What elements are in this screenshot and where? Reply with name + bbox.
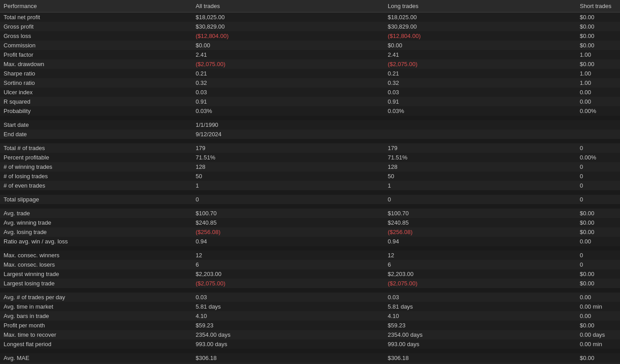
row-long-value: 12 — [384, 251, 576, 260]
row-all-value: ($12,804.00) — [192, 31, 384, 41]
row-label: Max. drawdown — [0, 59, 192, 69]
table-row: Commission$0.00$0.00$0.00 — [0, 41, 620, 50]
row-long-value: 179 — [384, 143, 576, 153]
row-label: Gross profit — [0, 22, 192, 31]
header-performance: Performance — [0, 0, 192, 13]
row-long-value: 0.32 — [384, 78, 576, 88]
row-label: Avg. time in market — [0, 302, 192, 311]
row-all-value: 0.94 — [192, 237, 384, 246]
row-label: Avg. MAE — [0, 353, 192, 363]
row-label: Start date — [0, 120, 192, 130]
row-short-value: $0.00 — [576, 31, 620, 41]
row-short-value: $0.00 — [576, 353, 620, 363]
table-row: Sortino ratio0.320.321.00 — [0, 78, 620, 88]
table-row: Gross profit$30,829.00$30,829.00$0.00 — [0, 22, 620, 31]
row-label: Avg. trade — [0, 209, 192, 218]
table-row: Avg. MAE$306.18$306.18$0.00 — [0, 353, 620, 363]
row-short-value: 0 — [576, 172, 620, 181]
table-row: Ratio avg. win / avg. loss0.940.940.00 — [0, 237, 620, 246]
row-label: Ulcer index — [0, 88, 192, 97]
row-short-value: 0 — [576, 143, 620, 153]
row-all-value: $2,203.00 — [192, 269, 384, 279]
row-all-value: ($2,075.00) — [192, 59, 384, 69]
row-short-value: $0.00 — [576, 269, 620, 279]
table-row: Avg. bars in trade4.104.100.00 — [0, 311, 620, 321]
row-all-value: $100.70 — [192, 209, 384, 218]
row-short-value — [576, 130, 620, 139]
row-short-value: 0.00 — [576, 88, 620, 97]
row-all-value: 0.03% — [192, 106, 384, 116]
row-long-value: 0.21 — [384, 69, 576, 78]
row-long-value: $0.00 — [384, 41, 576, 50]
row-long-value: $2,203.00 — [384, 269, 576, 279]
row-long-value: 993.00 days — [384, 339, 576, 349]
table-row: Total # of trades1791790 — [0, 143, 620, 153]
row-label: # of even trades — [0, 181, 192, 190]
row-label: Profit factor — [0, 50, 192, 59]
row-label: Avg. losing trade — [0, 227, 192, 237]
row-long-value: 50 — [384, 172, 576, 181]
row-long-value: 5.81 days — [384, 302, 576, 311]
row-long-value: 0.91 — [384, 97, 576, 106]
row-long-value: 0 — [384, 195, 576, 204]
row-label: Largest winning trade — [0, 269, 192, 279]
row-long-value: 4.10 — [384, 311, 576, 321]
row-all-value: 0.03 — [192, 293, 384, 302]
spacer-row — [0, 139, 620, 143]
table-row: Avg. time in market5.81 days5.81 days0.0… — [0, 302, 620, 311]
row-all-value: $30,829.00 — [192, 22, 384, 31]
table-row: Avg. trade$100.70$100.70$0.00 — [0, 209, 620, 218]
row-short-value: 0 — [576, 260, 620, 269]
row-all-value: 9/12/2024 — [192, 130, 384, 139]
row-long-value: $100.70 — [384, 209, 576, 218]
table-row: # of even trades110 — [0, 181, 620, 190]
row-label: # of winning trades — [0, 162, 192, 172]
table-row: End date9/12/2024 — [0, 130, 620, 139]
row-label: Avg. # of trades per day — [0, 293, 192, 302]
table-row: Total net profit$18,025.00$18,025.00$0.0… — [0, 13, 620, 22]
row-long-value: $18,025.00 — [384, 13, 576, 22]
table-row: Largest losing trade($2,075.00)($2,075.0… — [0, 279, 620, 288]
spacer-row — [0, 204, 620, 209]
row-long-value: 0.03 — [384, 88, 576, 97]
row-long-value: $306.18 — [384, 353, 576, 363]
row-label: Gross loss — [0, 31, 192, 41]
row-label: # of losing trades — [0, 172, 192, 181]
table-row: Max. time to recover2354.00 days2354.00 … — [0, 330, 620, 339]
row-short-value: $0.00 — [576, 41, 620, 50]
table-row: Profit factor2.412.411.00 — [0, 50, 620, 59]
row-label: R squared — [0, 97, 192, 106]
row-all-value: 128 — [192, 162, 384, 172]
row-label: Probability — [0, 106, 192, 116]
table-row: Max. consec. losers660 — [0, 260, 620, 269]
table-row: Largest winning trade$2,203.00$2,203.00$… — [0, 269, 620, 279]
performance-table-container: Performance All trades Long trades Short… — [0, 0, 620, 364]
performance-table: Performance All trades Long trades Short… — [0, 0, 620, 364]
table-row: Ulcer index0.030.030.00 — [0, 88, 620, 97]
row-all-value: $240.85 — [192, 218, 384, 227]
table-row: R squared0.910.910.00 — [0, 97, 620, 106]
row-short-value: 1.00 — [576, 69, 620, 78]
row-label: Total net profit — [0, 13, 192, 22]
row-all-value: 0.32 — [192, 78, 384, 88]
row-all-value: 0.21 — [192, 69, 384, 78]
row-all-value: 2354.00 days — [192, 330, 384, 339]
row-all-value: 993.00 days — [192, 339, 384, 349]
table-row: Gross loss($12,804.00)($12,804.00)$0.00 — [0, 31, 620, 41]
table-row: # of winning trades1281280 — [0, 162, 620, 172]
spacer-row — [0, 288, 620, 293]
row-short-value: $0.00 — [576, 321, 620, 330]
row-long-value: 2.41 — [384, 50, 576, 59]
row-long-value: 0.03 — [384, 293, 576, 302]
row-long-value: 0.03% — [384, 106, 576, 116]
table-row: Sharpe ratio0.210.211.00 — [0, 69, 620, 78]
row-long-value: 6 — [384, 260, 576, 269]
table-row: Longest flat period993.00 days993.00 day… — [0, 339, 620, 349]
row-label: Ratio avg. win / avg. loss — [0, 237, 192, 246]
table-row: Probability0.03%0.03%0.00% — [0, 106, 620, 116]
row-short-value: $0.00 — [576, 13, 620, 22]
row-all-value: $18,025.00 — [192, 13, 384, 22]
row-all-value: 0.03 — [192, 88, 384, 97]
row-all-value: 71.51% — [192, 153, 384, 162]
row-short-value: 0.00 — [576, 97, 620, 106]
